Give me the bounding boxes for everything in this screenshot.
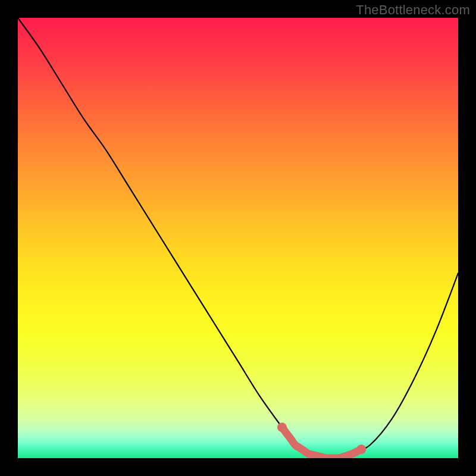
chart-plot-area [18, 18, 458, 458]
chart-svg [18, 18, 458, 458]
watermark-text: TheBottleneck.com [356, 2, 470, 18]
optimal-range-highlight [282, 427, 361, 458]
bottleneck-curve [18, 18, 458, 458]
optimal-range-dot-right [356, 444, 366, 454]
optimal-range-dot-left [277, 422, 287, 432]
